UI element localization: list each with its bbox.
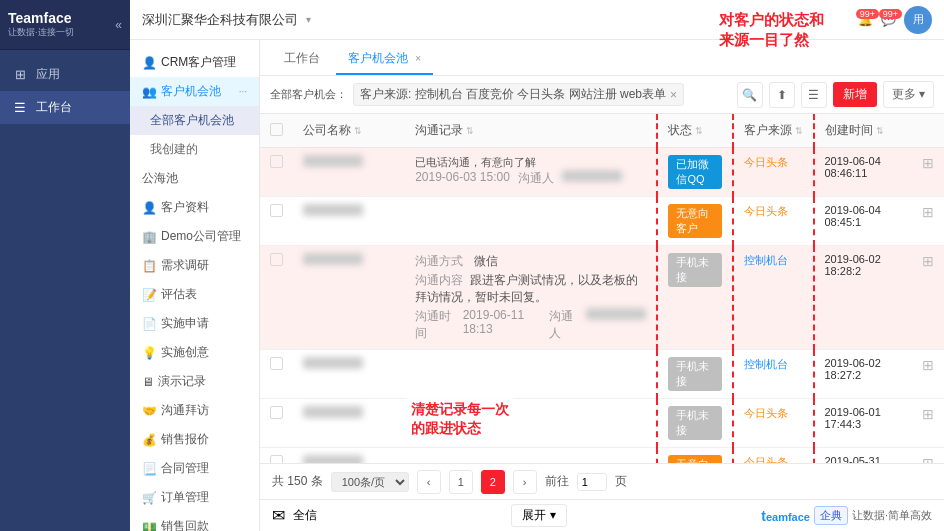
sidebar-item-demand-survey[interactable]: 📋 需求调研: [130, 251, 259, 280]
sidebar-collapse-btn[interactable]: «: [115, 18, 122, 32]
sidebar-item-demo-company[interactable]: 🏢 Demo公司管理: [130, 222, 259, 251]
time-cell: 2019-06-04 08:46:11: [814, 148, 912, 197]
row-checkbox[interactable]: [270, 253, 283, 266]
sort-comm-icon[interactable]: ⇅: [466, 126, 474, 136]
sidebar-item-contract[interactable]: 📃 合同管理: [130, 454, 259, 483]
per-page-select[interactable]: 100条/页 50条/页 20条/页: [331, 472, 409, 492]
row-checkbox[interactable]: [270, 406, 283, 419]
avatar[interactable]: 用: [904, 6, 932, 34]
blurred-company: [303, 155, 363, 167]
notification-btn[interactable]: 🔔 99+: [858, 13, 873, 27]
sidebar-item-impl-plan[interactable]: 💡 实施创意: [130, 338, 259, 367]
row-action-icon[interactable]: ⊞: [922, 155, 934, 171]
main-panel: 工作台 客户机会池 × 全部客户机会： 客户来源: 控制机台 百度竞价 今日头条…: [260, 40, 944, 531]
filter-btn[interactable]: ☰: [801, 82, 827, 108]
customer-info-icon: 👤: [142, 201, 157, 215]
sidebar-item-orders[interactable]: 🛒 订单管理: [130, 483, 259, 512]
message-btn[interactable]: 💬 99+: [881, 13, 896, 27]
sidebar-item-sales-quote[interactable]: 💰 销售报价: [130, 425, 259, 454]
second-sidebar: 👤 CRM客户管理 👥 客户机会池 ··· 全部客户机会池 我创建的 公海池: [130, 40, 260, 531]
blurred-company: [303, 406, 363, 418]
row-checkbox[interactable]: [270, 155, 283, 168]
next-page-btn[interactable]: ›: [513, 470, 537, 494]
goto-label: 前往: [545, 473, 569, 490]
table-row: 无意向客户 今日头条 2019-05-31 22:49:2 ⊞: [260, 448, 944, 464]
sales-quote-icon: 💰: [142, 433, 157, 447]
sidebar-item-customer-pool[interactable]: 👥 客户机会池 ···: [130, 77, 259, 106]
search-btn[interactable]: 🔍: [737, 82, 763, 108]
toolbar-right: 🔍 ⬆ ☰ 新增 更多 ▾: [737, 81, 934, 108]
row-checkbox[interactable]: [270, 455, 283, 463]
status-cell: 已加微信QQ: [657, 148, 732, 197]
crm-icon: 👤: [142, 56, 157, 70]
header-created-time: 创建时间⇅: [814, 114, 912, 148]
export-btn[interactable]: ⬆: [769, 82, 795, 108]
tab-customer-pool[interactable]: 客户机会池 ×: [336, 44, 433, 75]
brand-tag: 企典: [814, 506, 848, 525]
status-badge: 无意向客户: [668, 455, 721, 463]
page-1-btn[interactable]: 1: [449, 470, 473, 494]
company-cell: [293, 197, 405, 246]
status-badge: 手机未接: [668, 406, 721, 440]
status-cell: 手机未接: [657, 399, 732, 448]
row-action-icon[interactable]: ⊞: [922, 204, 934, 220]
row-action-icon[interactable]: ⊞: [922, 253, 934, 269]
comm-cell: [405, 448, 657, 464]
blurred-company: [303, 357, 363, 369]
sidebar-item-evaluation[interactable]: 📝 评估表: [130, 280, 259, 309]
status-badge: 无意向客户: [668, 204, 721, 238]
sidebar-item-visits[interactable]: 🤝 沟通拜访: [130, 396, 259, 425]
demand-survey-icon: 📋: [142, 259, 157, 273]
action-cell: ⊞: [912, 197, 944, 246]
table-header: 公司名称⇅ 沟通记录⇅ 状态⇅ 客户来源⇅ 创建时间⇅: [260, 114, 944, 148]
sort-status-icon[interactable]: ⇅: [695, 126, 703, 136]
comm-person-name: [586, 308, 646, 320]
filter-label: 客户来源: 控制机台 百度竞价 今日头条 网站注册 web表单: [360, 86, 666, 103]
sidebar-item-common-pool[interactable]: 公海池: [130, 164, 259, 193]
sidebar-item-all-customers[interactable]: 全部客户机会池: [130, 106, 259, 135]
sidebar-item-workbench[interactable]: ☰ 工作台: [0, 91, 130, 124]
status-cell: 无意向客户: [657, 197, 732, 246]
company-dropdown-icon[interactable]: ▾: [306, 14, 311, 25]
row-action-icon[interactable]: ⊞: [922, 406, 934, 422]
sort-source-icon[interactable]: ⇅: [795, 126, 803, 136]
app-logo: Teamface 让数据·连接一切: [8, 10, 74, 39]
row-checkbox[interactable]: [270, 357, 283, 370]
sidebar-item-my-created[interactable]: 我创建的: [130, 135, 259, 164]
filter-tag: 客户来源: 控制机台 百度竞价 今日头条 网站注册 web表单 ×: [353, 83, 684, 106]
tab-workbench[interactable]: 工作台: [272, 44, 332, 75]
status-badge: 手机未接: [668, 357, 721, 391]
demo-records-icon: 🖥: [142, 375, 154, 389]
sidebar-item-refund[interactable]: 💵 销售回款: [130, 512, 259, 531]
sidebar-item-implementation[interactable]: 📄 实施申请: [130, 309, 259, 338]
pagination: 共 150 条 100条/页 50条/页 20条/页 ‹ 1 2 › 前往 页: [260, 463, 944, 499]
sidebar-item-apps[interactable]: ⊞ 应用: [0, 58, 130, 91]
bottom-bar: ✉ 全信 展开 ▾ teamface 企典 让数据·简单高效: [260, 499, 944, 531]
mail-icon: ✉: [272, 506, 285, 525]
sort-company-icon[interactable]: ⇅: [354, 126, 362, 136]
crm-table: 公司名称⇅ 沟通记录⇅ 状态⇅ 客户来源⇅ 创建时间⇅: [260, 114, 944, 463]
top-bar: 深圳汇聚华企科技有限公司 ▾ 🔔 99+ 💬 99+ 用 对客户的状态和来源一目…: [130, 0, 944, 40]
filter-close-btn[interactable]: ×: [670, 88, 677, 102]
row-action-icon[interactable]: ⊞: [922, 455, 934, 463]
more-icon[interactable]: ···: [239, 86, 247, 97]
sidebar-item-customer-info[interactable]: 👤 客户资料: [130, 193, 259, 222]
expand-btn[interactable]: 展开 ▾: [511, 504, 566, 527]
page-2-btn[interactable]: 2: [481, 470, 505, 494]
comm-time2: 2019-06-11 18:13: [463, 308, 541, 342]
row-checkbox-cell: [260, 148, 293, 197]
mail-label: 全信: [293, 507, 317, 524]
more-btn[interactable]: 更多 ▾: [883, 81, 934, 108]
new-btn[interactable]: 新增: [833, 82, 877, 107]
select-all-checkbox[interactable]: [270, 123, 283, 136]
sort-time-icon[interactable]: ⇅: [876, 126, 884, 136]
sidebar-item-demo-records[interactable]: 🖥 演示记录: [130, 367, 259, 396]
goto-input[interactable]: [577, 473, 607, 491]
row-action-icon[interactable]: ⊞: [922, 357, 934, 373]
tab-close-icon[interactable]: ×: [415, 53, 421, 64]
header-communication: 沟通记录⇅: [405, 114, 657, 148]
prev-page-btn[interactable]: ‹: [417, 470, 441, 494]
main-content: 深圳汇聚华企科技有限公司 ▾ 🔔 99+ 💬 99+ 用 对客户的状态和来源一目…: [130, 0, 944, 531]
row-checkbox[interactable]: [270, 204, 283, 217]
status-cell: 无意向客户: [657, 448, 732, 464]
